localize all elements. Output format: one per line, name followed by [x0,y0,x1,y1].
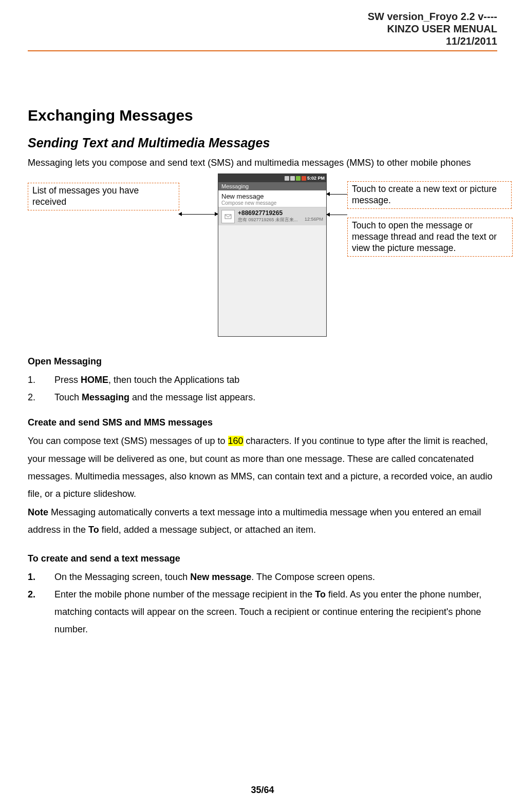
page-content: Exchanging Messages Sending Text and Mul… [28,51,497,638]
header-line-3: 11/21/2011 [28,35,497,47]
header-line-2: KINZO USER MENUAL [28,23,497,35]
heading-2: Sending Text and Multimedia Messages [28,136,497,150]
step-number: 2. [28,389,54,406]
subheading-to-create-send: To create and send a text message [28,553,497,564]
step-number: 1. [28,568,54,586]
intro-paragraph: Messaging lets you compose and send text… [28,158,497,168]
create-note-paragraph: Note Messaging automatically converts a … [28,504,497,538]
callout-messages-received: List of messages you have received [28,183,179,210]
step-number: 2. [28,586,54,639]
status-time: 5:02 PM [307,176,325,181]
battery-green-icon [296,176,301,181]
thread-time: 12:56PM [305,217,323,223]
page-header: SW version_Froyo 2.2 v---- KINZO USER ME… [28,10,497,47]
list-item: 1. Press HOME, then touch the Applicatio… [28,371,497,389]
step-text: Enter the mobile phone number of the mes… [54,586,497,639]
header-line-1: SW version_Froyo 2.2 v---- [28,10,497,23]
avatar-icon [221,210,235,223]
page-number: 35/64 [0,785,525,796]
callout-open-thread: Touch to open the message or message thr… [347,218,513,257]
step-text: On the Messaging screen, touch New messa… [54,568,375,586]
list-item: 2. Touch Messaging and the message list … [28,389,497,406]
wifi-icon [290,176,295,181]
heading-1: Exchanging Messages [28,107,497,124]
thread-text: +886927719265 您有 0927719265 未留言来... 12:5… [238,209,323,223]
signal-icon [285,176,289,181]
message-thread-row: +886927719265 您有 0927719265 未留言来... 12:5… [218,207,326,225]
callout-new-message: Touch to create a new text or picture me… [347,181,512,209]
list-item: 1. On the Messaging screen, touch New me… [28,568,497,586]
note-label: Note [28,507,48,517]
list-item: 2. Enter the mobile phone number of the … [28,586,497,639]
subheading-create-sms-mms: Create and send SMS and MMS messages [28,417,497,428]
create-paragraph-1: You can compose text (SMS) messages of u… [28,432,497,502]
arrow-left-icon [179,214,218,215]
thread-preview: 您有 0927719265 未留言来... [238,217,298,223]
new-message-subtitle: Compose new message [221,200,323,206]
app-title-bar: Messaging [218,182,326,190]
battery-red-icon [302,176,306,181]
open-messaging-steps: 1. Press HOME, then touch the Applicatio… [28,371,497,406]
thread-phone-number: +886927719265 [238,209,323,217]
to-create-send-steps: 1. On the Messaging screen, touch New me… [28,568,497,639]
step-number: 1. [28,371,54,389]
arrow-right-2-icon [327,215,347,215]
highlight-char-limit: 160 [228,436,243,446]
diagram-area: List of messages you have received Touch… [28,173,497,347]
phone-screenshot: 5:02 PM Messaging New message Compose ne… [218,173,327,337]
subheading-open-messaging: Open Messaging [28,356,497,367]
new-message-title: New message [221,192,323,200]
new-message-row: New message Compose new message [218,190,326,207]
step-text: Press HOME, then touch the Applications … [54,371,239,389]
step-text: Touch Messaging and the message list app… [54,389,255,406]
status-bar: 5:02 PM [218,174,326,182]
arrow-right-1-icon [327,194,347,195]
